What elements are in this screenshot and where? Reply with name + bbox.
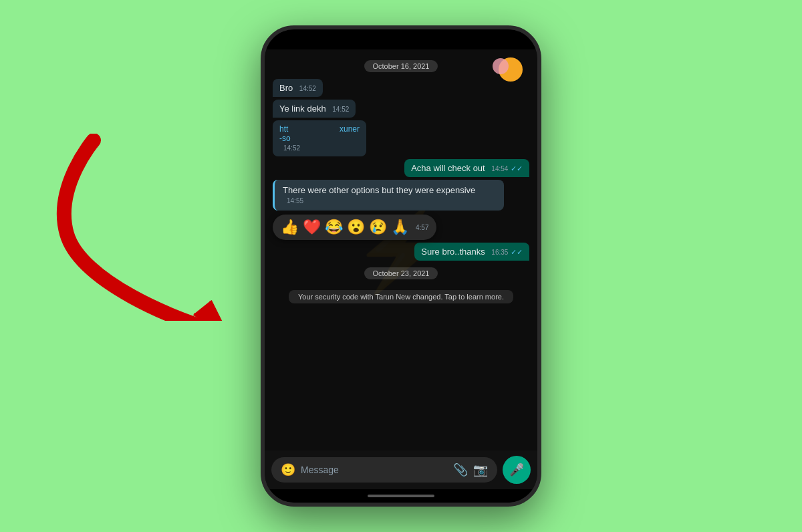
camera-icon[interactable]: 📷 xyxy=(473,462,488,477)
message-time: 14:54 xyxy=(491,165,508,172)
reaction-pray[interactable]: 🙏 xyxy=(391,219,409,236)
message-input-wrap: 🙂 Message 📎 📷 xyxy=(271,457,497,483)
message-text: There were other options but they were e… xyxy=(283,185,475,195)
date-badge-oct23: October 23, 2021 xyxy=(364,267,437,279)
message-text: Bro xyxy=(279,83,293,93)
reaction-bar: 👍 ❤️ 😂 😮 😢 🙏 4:57 xyxy=(273,215,436,240)
phone: ⚡ October 16, 2021 Bro 14:52 xyxy=(261,25,541,507)
system-message: Your security code with Tarun New change… xyxy=(289,290,513,303)
message-acha: Acha will check out 14:54 ✓✓ xyxy=(404,159,529,177)
message-time: 14:52 xyxy=(299,85,316,92)
reaction-time: 4:57 xyxy=(416,224,428,231)
status-bar xyxy=(265,29,537,49)
emoji-icon[interactable]: 🙂 xyxy=(281,462,295,477)
chat-area: ⚡ October 16, 2021 Bro 14:52 xyxy=(265,49,537,450)
message-highlighted: There were other options but they were e… xyxy=(273,180,504,211)
reaction-heart[interactable]: ❤️ xyxy=(303,219,321,236)
messages-list: October 16, 2021 Bro 14:52 Ye link dekh … xyxy=(273,56,529,307)
bottom-bar xyxy=(265,489,537,503)
phone-screen: ⚡ October 16, 2021 Bro 14:52 xyxy=(265,29,537,503)
double-check: ✓✓ xyxy=(511,164,523,172)
input-area: 🙂 Message 📎 📷 🎤 xyxy=(265,450,537,489)
message-link: htt xuner -so 14:52 xyxy=(273,120,366,156)
reaction-laugh[interactable]: 😂 xyxy=(325,219,343,236)
message-time: 14:55 xyxy=(287,197,303,205)
message-time: 16:35 xyxy=(491,249,508,256)
system-text: Your security code with Tarun New change… xyxy=(298,293,504,301)
reaction-thumbs-up[interactable]: 👍 xyxy=(281,219,299,236)
date-badge-oct16: October 16, 2021 xyxy=(364,60,437,72)
message-bro: Bro 14:52 xyxy=(273,79,323,97)
message-time: 14:52 xyxy=(283,144,300,152)
message-sure-bro: Sure bro..thanks 16:35 ✓✓ xyxy=(414,243,529,261)
message-text: Sure bro..thanks xyxy=(421,247,485,257)
message-time: 14:52 xyxy=(332,106,349,113)
link-text: htt xuner -so xyxy=(279,124,360,143)
date-text: October 23, 2021 xyxy=(372,269,429,277)
double-check-blue: ✓✓ xyxy=(511,248,523,256)
message-input-placeholder[interactable]: Message xyxy=(301,464,448,475)
attach-icon[interactable]: 📎 xyxy=(453,462,468,477)
red-arrow xyxy=(40,134,241,321)
reaction-cry[interactable]: 😢 xyxy=(369,219,387,236)
home-indicator xyxy=(368,495,434,497)
date-text: October 16, 2021 xyxy=(372,62,429,70)
reaction-wow[interactable]: 😮 xyxy=(347,219,365,236)
message-text: Ye link dekh xyxy=(279,104,326,114)
mic-icon: 🎤 xyxy=(509,462,524,477)
message-text: Acha will check out xyxy=(411,163,485,173)
message-ye-link: Ye link dekh 14:52 xyxy=(273,100,356,118)
mic-button[interactable]: 🎤 xyxy=(503,456,531,484)
